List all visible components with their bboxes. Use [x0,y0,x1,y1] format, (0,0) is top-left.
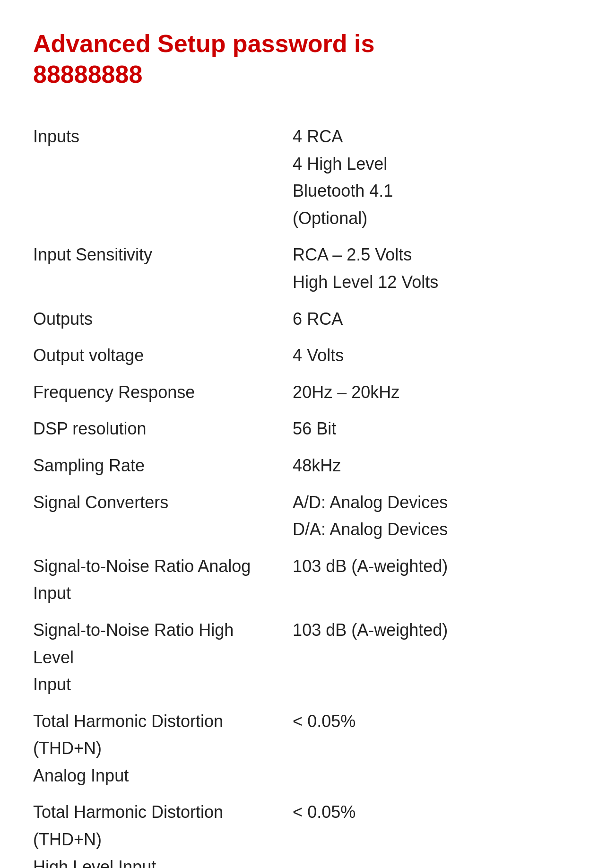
table-row: DSP resolution56 Bit [33,410,574,447]
spec-value: < 0.05% [293,703,574,794]
spec-value: 4 RCA4 High LevelBluetooth 4.1(Optional) [293,118,574,236]
spec-label: DSP resolution [33,410,293,447]
table-row: Total Harmonic Distortion (THD+N)High Le… [33,794,574,868]
table-row: Output voltage4 Volts [33,337,574,374]
page-title: Advanced Setup password is 88888888 [33,28,574,90]
table-row: Inputs4 RCA4 High LevelBluetooth 4.1(Opt… [33,118,574,236]
table-row: Signal-to-Noise Ratio Analog Input103 dB… [33,548,574,612]
spec-value: 103 dB (A-weighted) [293,548,574,612]
spec-value: 48kHz [293,447,574,484]
spec-value: 56 Bit [293,410,574,447]
table-row: Signal ConvertersA/D: Analog DevicesD/A:… [33,484,574,548]
title-line2: 88888888 [33,61,142,88]
spec-value: 103 dB (A-weighted) [293,612,574,703]
table-row: Outputs6 RCA [33,301,574,338]
spec-label: Inputs [33,118,293,236]
spec-value: 6 RCA [293,301,574,338]
title-line1: Advanced Setup password is [33,30,374,57]
spec-value: < 0.05% [293,794,574,868]
table-row: Signal-to-Noise Ratio High LevelInput103… [33,612,574,703]
spec-label: Signal-to-Noise Ratio Analog Input [33,548,293,612]
spec-label: Frequency Response [33,374,293,411]
spec-value: A/D: Analog DevicesD/A: Analog Devices [293,484,574,548]
specs-table: Inputs4 RCA4 High LevelBluetooth 4.1(Opt… [33,118,574,868]
table-row: Frequency Response20Hz – 20kHz [33,374,574,411]
spec-value: RCA – 2.5 VoltsHigh Level 12 Volts [293,236,574,300]
table-row: Sampling Rate48kHz [33,447,574,484]
spec-value: 20Hz – 20kHz [293,374,574,411]
spec-label: Output voltage [33,337,293,374]
spec-label: Total Harmonic Distortion (THD+N)High Le… [33,794,293,868]
spec-value: 4 Volts [293,337,574,374]
table-row: Total Harmonic Distortion (THD+N)Analog … [33,703,574,794]
spec-label: Total Harmonic Distortion (THD+N)Analog … [33,703,293,794]
spec-label: Signal-to-Noise Ratio High LevelInput [33,612,293,703]
table-row: Input SensitivityRCA – 2.5 VoltsHigh Lev… [33,236,574,300]
spec-label: Input Sensitivity [33,236,293,300]
spec-label: Outputs [33,301,293,338]
spec-label: Signal Converters [33,484,293,548]
spec-label: Sampling Rate [33,447,293,484]
